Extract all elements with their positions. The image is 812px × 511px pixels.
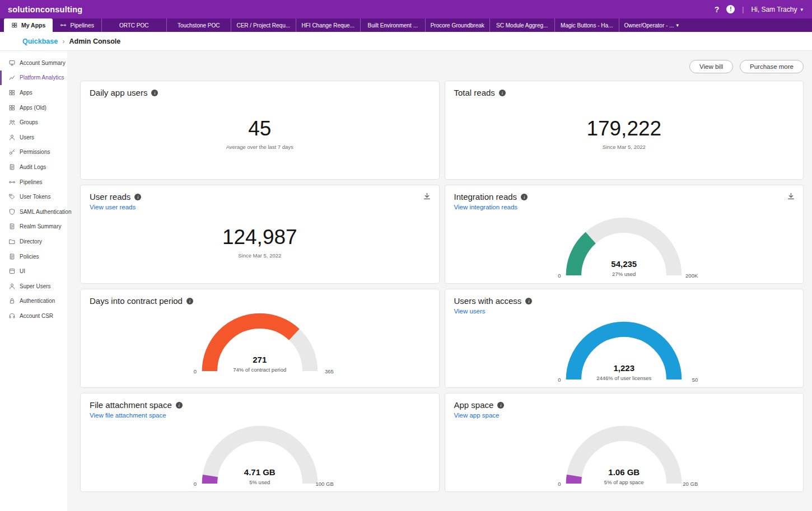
ui-icon — [8, 268, 16, 275]
gauge-value: 4.71 GB — [195, 467, 325, 477]
download-icon[interactable] — [787, 192, 795, 200]
breadcrumb-root-link[interactable]: Quickbase — [22, 37, 58, 45]
gauge-value: 54,235 — [559, 259, 689, 269]
tab-label: Pipelines — [70, 22, 94, 29]
sidebar-item-authentication[interactable]: Authentication — [0, 294, 67, 309]
app-tab[interactable]: Built Environment ... — [360, 18, 425, 32]
card-title: File attachment space — [90, 400, 172, 410]
account-csr-icon — [8, 312, 16, 320]
sidebar-item-groups[interactable]: Groups — [0, 115, 67, 130]
info-icon[interactable]: i — [151, 90, 158, 96]
info-icon[interactable]: i — [521, 194, 528, 200]
topbar: solutionconsulting ? ! | Hi, Sam Trachy … — [0, 0, 812, 18]
card-title: Daily app users — [90, 88, 147, 97]
info-icon[interactable]: i — [525, 298, 532, 304]
metric-value: 179,222 — [586, 117, 661, 140]
tab-my-apps[interactable]: My Apps — [4, 18, 53, 32]
platform-analytics-icon — [8, 74, 16, 81]
card-title: Days into contract period — [90, 296, 183, 306]
gauge-max-label: 200K — [685, 273, 698, 279]
view-integration-reads-link[interactable]: View integration reads — [454, 204, 518, 210]
sidebar-item-super-users[interactable]: Super Users — [0, 279, 67, 294]
sidebar-item-users[interactable]: Users — [0, 130, 67, 145]
sidebar-item-label: Users — [20, 134, 34, 140]
app-tab[interactable]: HFI Change Reque... — [296, 18, 361, 32]
app-tab[interactable]: SC Module Aggreg... — [489, 18, 554, 32]
sidebar-item-user-tokens[interactable]: User Tokens — [0, 189, 67, 204]
app-tab-label: CER / Project Requ... — [236, 22, 290, 29]
user-tokens-icon — [8, 193, 16, 200]
info-icon[interactable]: i — [176, 402, 183, 409]
app-tab[interactable]: ORTC POC — [101, 18, 166, 32]
app-tab[interactable]: CER / Project Requ... — [231, 18, 296, 32]
sidebar-item-apps[interactable]: Apps — [0, 85, 67, 100]
sidebar-item-audit-logs[interactable]: Audit Logs — [0, 160, 67, 175]
sidebar-item-apps-old[interactable]: Apps (Old) — [0, 100, 67, 115]
info-icon[interactable]: i — [134, 194, 141, 200]
gauge-subtitle: 2446% of user licenses — [559, 375, 689, 381]
app-tab[interactable]: Procore Groundbreak — [425, 18, 490, 32]
users-icon — [8, 134, 16, 141]
sidebar-item-label: Pipelines — [20, 179, 43, 185]
user-menu[interactable]: Hi, Sam Trachy ▾ — [751, 6, 803, 13]
analytics-cards: Daily app users i 45 Average over the la… — [80, 81, 804, 492]
sidebar-item-label: Audit Logs — [20, 164, 46, 170]
audit-logs-icon — [8, 163, 16, 171]
sidebar-item-label: SAML Authentication — [20, 209, 71, 215]
alert-icon[interactable]: ! — [726, 5, 735, 13]
gauge-min-label: 0 — [558, 481, 561, 487]
sidebar-item-account-csr[interactable]: Account CSR — [0, 308, 67, 324]
gauge-value: 271 — [195, 355, 325, 364]
view-bill-button[interactable]: View bill — [689, 60, 733, 73]
view-app-space-link[interactable]: View app space — [454, 412, 500, 419]
metric-value: 45 — [248, 117, 271, 140]
gauge-max-label: 100 GB — [316, 481, 334, 487]
app-tab-label: Owner/Operator - ... — [624, 22, 674, 29]
sidebar-item-permissions[interactable]: Permissions — [0, 145, 67, 160]
sidebar-item-label: User Tokens — [20, 194, 50, 200]
sidebar-item-directory[interactable]: Directory — [0, 234, 67, 249]
card-title: Integration reads — [454, 192, 517, 201]
purchase-more-button[interactable]: Purchase more — [740, 60, 804, 73]
gauge-max-label: 50 — [692, 377, 698, 383]
sidebar-item-pipelines[interactable]: Pipelines — [0, 175, 67, 190]
sidebar-item-policies[interactable]: Policies — [0, 249, 67, 264]
sidebar-item-saml-authentication[interactable]: SAML Authentication — [0, 204, 67, 219]
gauge-value: 1,223 — [559, 363, 689, 373]
tab-pipelines[interactable]: Pipelines — [53, 18, 101, 32]
app-space-gauge: 1.06 GB 5% of app space 0 20 GB — [559, 419, 689, 492]
directory-icon — [8, 238, 16, 245]
contract-period-gauge: 271 74% of contract period 0 365 — [195, 306, 325, 379]
info-icon[interactable]: i — [186, 298, 193, 304]
users-with-access-gauge: 1,223 2446% of user licenses 0 50 — [559, 315, 689, 388]
view-user-reads-link[interactable]: View user reads — [90, 204, 136, 210]
card-file-attachment-space: File attachment space i View file attach… — [80, 393, 440, 492]
gauge-max-label: 20 GB — [683, 481, 698, 487]
billing-actions: View bill Purchase more — [80, 60, 804, 73]
app-tab[interactable]: Magic Buttons - Ha... — [554, 18, 619, 32]
sidebar-item-realm-summary[interactable]: Realm Summary — [0, 219, 67, 235]
download-icon[interactable] — [423, 192, 431, 200]
gauge-min-label: 0 — [194, 368, 197, 374]
info-icon[interactable]: i — [499, 90, 506, 96]
sidebar-item-platform-analytics[interactable]: Platform Analytics — [0, 71, 67, 86]
user-greeting: Hi, Sam Trachy — [751, 6, 797, 13]
app-tab-label: HFI Change Reque... — [302, 22, 355, 29]
card-total-reads: Total reads i 179,222 Since Mar 5, 2022 — [445, 81, 804, 180]
info-icon[interactable]: i — [497, 402, 504, 409]
account-summary-icon — [8, 59, 16, 67]
breadcrumb: Quickbase › Admin Console — [0, 32, 812, 51]
policies-icon — [8, 253, 16, 260]
app-tab[interactable]: Owner/Operator - ...▾ — [619, 18, 684, 32]
sidebar-item-ui[interactable]: UI — [0, 264, 67, 279]
sidebar-item-label: Realm Summary — [20, 223, 61, 229]
sidebar-item-account-summary[interactable]: Account Summary — [0, 55, 67, 71]
help-icon[interactable]: ? — [715, 5, 720, 14]
sidebar-item-label: Platform Analytics — [20, 74, 64, 81]
view-users-link[interactable]: View users — [454, 308, 486, 315]
view-file-attachment-space-link[interactable]: View file attachment space — [90, 412, 166, 419]
app-tab[interactable]: Touchstone POC — [166, 18, 231, 32]
card-title: Total reads — [454, 88, 495, 97]
metric-value: 124,987 — [222, 226, 297, 249]
gauge-subtitle: 74% of contract period — [195, 367, 325, 373]
